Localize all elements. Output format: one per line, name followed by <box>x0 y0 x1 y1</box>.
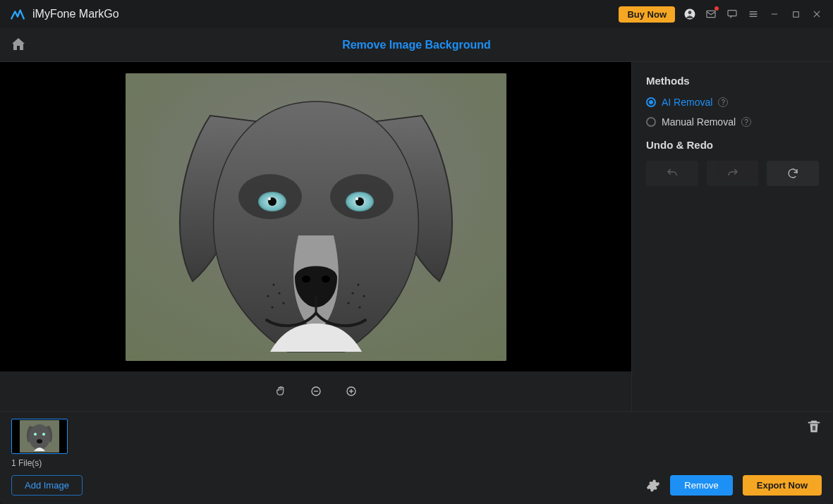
redo-button[interactable] <box>707 161 759 186</box>
svg-point-29 <box>363 295 365 297</box>
svg-point-30 <box>347 302 349 304</box>
svg-point-22 <box>272 283 274 285</box>
pan-hand-icon[interactable] <box>274 384 288 398</box>
reset-button[interactable] <box>767 161 819 186</box>
undo-redo-heading: Undo & Redo <box>646 139 819 151</box>
page-title: Remove Image Background <box>342 39 491 51</box>
delete-icon[interactable] <box>806 419 822 434</box>
svg-point-19 <box>355 197 358 200</box>
svg-point-39 <box>34 433 37 436</box>
image-preview <box>126 73 506 361</box>
thumbnail-item[interactable] <box>11 419 68 454</box>
svg-point-27 <box>357 283 359 285</box>
help-icon[interactable]: ? <box>718 97 728 107</box>
method-manual-removal[interactable]: Manual Removal ? <box>646 116 819 128</box>
home-icon[interactable] <box>10 36 28 54</box>
svg-point-20 <box>302 276 310 283</box>
svg-point-41 <box>37 439 42 443</box>
svg-point-25 <box>282 302 284 304</box>
buy-now-button[interactable]: Buy Now <box>619 6 675 23</box>
titlebar: iMyFone MarkGo Buy Now <box>0 0 833 28</box>
thumbnail-strip <box>11 419 822 454</box>
svg-rect-43 <box>814 426 815 430</box>
mail-icon[interactable] <box>705 8 717 20</box>
add-image-button[interactable]: Add Image <box>11 475 83 496</box>
account-icon[interactable] <box>683 8 696 20</box>
help-icon[interactable]: ? <box>741 117 751 127</box>
export-now-button[interactable]: Export Now <box>743 475 822 496</box>
undo-button[interactable] <box>646 161 698 186</box>
svg-rect-8 <box>793 11 798 17</box>
settings-icon[interactable] <box>646 479 660 493</box>
svg-point-38 <box>29 424 50 450</box>
remove-button[interactable]: Remove <box>670 475 732 496</box>
method-ai-removal[interactable]: AI Removal ? <box>646 97 819 108</box>
svg-point-23 <box>278 292 280 294</box>
canvas-viewport[interactable] <box>0 62 631 371</box>
svg-point-1 <box>688 11 692 14</box>
close-icon[interactable] <box>810 8 823 20</box>
footer: 1 File(s) Add Image Remove Export Now <box>0 411 833 504</box>
svg-point-26 <box>271 306 273 308</box>
svg-point-18 <box>268 197 271 200</box>
app-logo-icon <box>10 6 25 22</box>
method-label: Manual Removal <box>662 116 736 128</box>
header: Remove Image Background <box>0 28 833 62</box>
file-count: 1 File(s) <box>11 458 822 468</box>
app-title: iMyFone MarkGo <box>32 8 119 20</box>
svg-rect-42 <box>813 426 813 430</box>
radio-unselected-icon <box>646 117 656 127</box>
svg-point-31 <box>358 306 360 308</box>
methods-heading: Methods <box>646 75 819 87</box>
canvas-panel <box>0 62 632 411</box>
minimize-icon[interactable] <box>768 8 781 20</box>
zoom-out-icon[interactable] <box>309 384 323 398</box>
svg-point-28 <box>351 292 353 294</box>
svg-point-21 <box>322 276 330 283</box>
feedback-icon[interactable] <box>726 8 738 20</box>
zoom-in-icon[interactable] <box>344 384 358 398</box>
method-label: AI Removal <box>662 97 712 108</box>
sidebar: Methods AI Removal ? Manual Removal ? Un… <box>632 62 833 411</box>
svg-point-40 <box>42 433 45 436</box>
svg-point-24 <box>267 295 269 297</box>
maximize-icon[interactable] <box>789 8 802 20</box>
radio-selected-icon <box>646 97 656 107</box>
viewer-tools <box>0 371 631 411</box>
svg-rect-3 <box>728 11 736 16</box>
menu-icon[interactable] <box>747 8 760 20</box>
